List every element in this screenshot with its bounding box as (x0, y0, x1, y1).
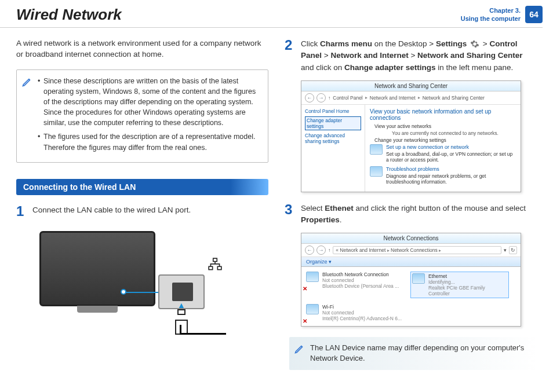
section-heading: Connecting to the Wired LAN (16, 179, 268, 195)
step-1-number: 1 (16, 204, 27, 218)
step-2: 2 Click Charms menu on the Desktop > Set… (285, 38, 537, 74)
disconnected-x-icon: ✕ (303, 318, 307, 324)
disconnected-x-icon: ✕ (303, 285, 307, 292)
setup-connection-desc: Set up a broadband, dial-up, or VPN conn… (386, 151, 516, 163)
tip-text: The LAN Device name may differ depending… (310, 343, 524, 362)
settings-gear-icon (470, 39, 479, 49)
chapter-line1: Chapter 3. (461, 6, 521, 14)
up-icon[interactable]: ↑ (328, 247, 330, 253)
callout-dot (121, 289, 126, 295)
step-3: 3 Select Ethenet and click the right but… (285, 203, 537, 226)
troubleshoot-desc: Diagnose and repair network problems, or… (386, 173, 516, 185)
toolbar-organize[interactable]: Organize ▾ (301, 257, 521, 267)
sidebar: Control Panel Home Change adapter settin… (301, 105, 365, 192)
forward-arrow-icon[interactable]: → (316, 93, 326, 102)
breadcrumb-bar: ← → ↑ Control Panel ▸ Network and Intern… (301, 91, 521, 105)
svg-rect-0 (213, 258, 217, 261)
sidebar-advanced-sharing[interactable]: Change advanced sharing settings (305, 133, 361, 144)
sidebar-change-adapter[interactable]: Change adapter settings (305, 116, 361, 130)
adapter-icon (306, 272, 319, 282)
connection-wifi[interactable]: ✕ Wi-Fi Not connected Intel(R) Centrino(… (306, 304, 405, 321)
left-column: A wired network is a network environment… (16, 38, 268, 370)
step-2-text: Click Charms menu on the Desktop > Setti… (301, 38, 537, 74)
monitor-illustration (39, 231, 155, 306)
not-connected-msg: You are currently not connected to any n… (374, 130, 516, 136)
chapter-line2: Using the computer (461, 14, 521, 23)
view-active-networks-label: View your active networks (374, 123, 516, 129)
note-bullet-2: The figures used for the description are… (38, 131, 261, 152)
page-title: Wired Network (16, 6, 122, 24)
window-title: Network and Sharing Center (301, 81, 521, 91)
callout-line (123, 292, 158, 293)
note-pencil-icon (21, 76, 33, 87)
breadcrumb-separator-icon: ▸ (418, 95, 420, 100)
figure-lan-port: ▲ (39, 225, 225, 329)
connection-ethernet[interactable]: Ethernet Identifying... Realtek PCIe GBE… (410, 272, 509, 298)
note-box: Since these descriptions are written on … (16, 69, 268, 163)
page-number-badge: 64 (525, 6, 543, 23)
chapter-block: Chapter 3. Using the computer 64 (461, 6, 543, 23)
connection-icon (370, 144, 383, 155)
breadcrumb-item[interactable]: Network and Sharing Center (423, 95, 485, 101)
chapter-text: Chapter 3. Using the computer (461, 6, 521, 23)
lan-cable-plug (174, 309, 189, 334)
up-icon[interactable]: ↑ (328, 95, 330, 101)
lan-cable-line (180, 333, 226, 335)
refresh-icon[interactable]: ↻ (509, 246, 517, 254)
intro-text: A wired network is a network environment… (16, 38, 268, 60)
right-column: 2 Click Charms menu on the Desktop > Set… (285, 38, 537, 370)
step-1-text: Connect the LAN cable to the wired LAN p… (32, 204, 268, 218)
address-bar[interactable]: « Network and Internet ▸ Network Connect… (333, 246, 501, 254)
breadcrumb-item[interactable]: Network and Internet (370, 95, 416, 101)
screenshot-network-connections: Network Connections ← → ↑ « Network and … (301, 233, 521, 327)
connection-bluetooth[interactable]: ✕ Bluetooth Network Connection Not conne… (306, 272, 405, 298)
window-title: Network Connections (301, 233, 521, 244)
page-header: Wired Network Chapter 3. Using the compu… (0, 0, 543, 28)
svg-rect-2 (217, 266, 221, 269)
forward-arrow-icon[interactable]: → (316, 246, 326, 255)
main-pane: View your basic network information and … (365, 105, 521, 192)
note-bullet-1: Since these descriptions are written on … (38, 76, 261, 129)
adapter-icon (412, 273, 425, 284)
back-arrow-icon[interactable]: ← (305, 93, 314, 102)
tip-box: The LAN Device name may differ depending… (289, 337, 537, 369)
tip-pencil-icon (294, 343, 305, 354)
change-settings-label: Change your networking settings (374, 137, 516, 143)
network-icon (208, 257, 223, 272)
screenshot-network-sharing-center: Network and Sharing Center ← → ↑ Control… (301, 80, 521, 192)
breadcrumb-bar: ← → ↑ « Network and Internet ▸ Network C… (301, 244, 521, 257)
breadcrumb-separator-icon: ▸ (365, 95, 368, 100)
adapter-icon (306, 304, 319, 314)
step-2-number: 2 (285, 38, 295, 74)
svg-rect-1 (209, 266, 213, 269)
step-3-text: Select Ethenet and click the right butto… (301, 203, 537, 226)
troubleshoot-icon (370, 166, 383, 177)
back-arrow-icon[interactable]: ← (305, 246, 314, 255)
dropdown-icon[interactable]: ▾ (504, 247, 507, 253)
setup-connection-link[interactable]: Set up a new connection or network (386, 144, 516, 150)
step-3-number: 3 (285, 203, 295, 226)
lan-arrow-icon: ▲ (177, 301, 185, 310)
breadcrumb-item[interactable]: Control Panel (333, 95, 363, 101)
main-heading: View your basic network information and … (370, 108, 516, 121)
step-1: 1 Connect the LAN cable to the wired LAN… (16, 204, 268, 218)
troubleshoot-link[interactable]: Troubleshoot problems (386, 166, 516, 172)
sidebar-home[interactable]: Control Panel Home (305, 108, 361, 114)
